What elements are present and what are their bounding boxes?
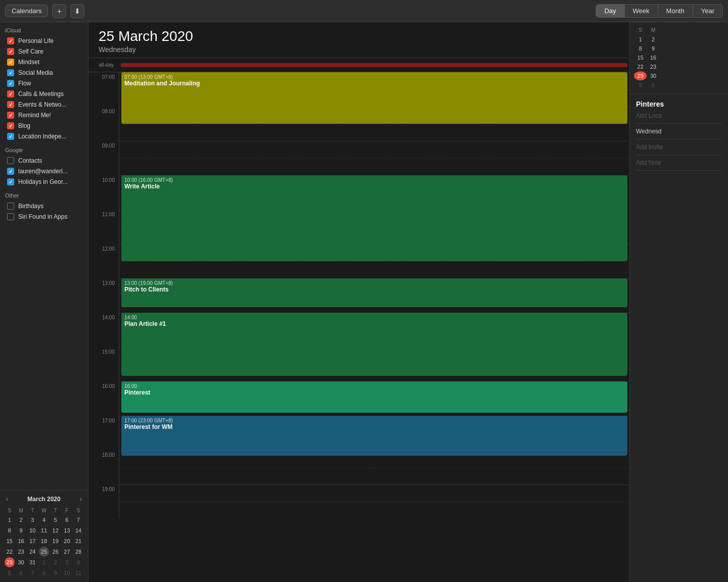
mini-cal-day[interactable]: 5 bbox=[5, 568, 15, 578]
sidebar-calendar-item[interactable]: Blog bbox=[2, 121, 86, 131]
mini-cal-day[interactable]: 27 bbox=[62, 547, 72, 557]
right-mini-cal-day[interactable] bbox=[660, 80, 672, 89]
right-mini-cal-day[interactable] bbox=[660, 44, 672, 53]
mini-cal-day[interactable]: 11 bbox=[39, 525, 49, 536]
mini-cal-day[interactable]: 12 bbox=[51, 525, 61, 536]
sidebar-calendar-item[interactable]: Events & Netwo... bbox=[2, 100, 86, 110]
mini-cal-day[interactable]: 16 bbox=[16, 536, 26, 546]
right-mini-cal-day[interactable]: 23 bbox=[647, 62, 659, 71]
right-mini-cal-day[interactable] bbox=[698, 35, 711, 44]
right-mini-cal-day[interactable]: 6 bbox=[647, 80, 659, 89]
add-invite-placeholder[interactable]: Add Invite bbox=[636, 143, 722, 151]
calendar-checkbox[interactable] bbox=[7, 213, 14, 220]
time-grid-container[interactable]: 07:0008:0009:0010:0011:0012:0013:0014:00… bbox=[88, 72, 629, 582]
mini-cal-next[interactable]: › bbox=[78, 495, 84, 504]
mini-cal-day[interactable]: 4 bbox=[39, 515, 49, 525]
right-mini-cal-day[interactable] bbox=[660, 62, 672, 71]
mini-cal-day[interactable]: 31 bbox=[27, 557, 37, 567]
sidebar-calendar-item[interactable]: Personal Life bbox=[2, 36, 86, 46]
right-mini-cal-day[interactable]: 2 bbox=[647, 35, 659, 44]
sidebar-calendar-item[interactable]: Siri Found in Apps bbox=[2, 212, 86, 222]
calendar-checkbox[interactable] bbox=[7, 37, 14, 44]
mini-cal-prev[interactable]: ‹ bbox=[4, 495, 10, 504]
mini-cal-day[interactable]: 6 bbox=[16, 568, 26, 578]
right-mini-cal-day[interactable] bbox=[660, 71, 672, 80]
right-mini-cal-day[interactable] bbox=[660, 35, 672, 44]
right-mini-cal-day[interactable] bbox=[711, 80, 724, 89]
mini-cal-day[interactable]: 5 bbox=[51, 515, 61, 525]
right-mini-cal-day[interactable] bbox=[711, 71, 724, 80]
mini-cal-day[interactable]: 10 bbox=[62, 568, 72, 578]
right-mini-cal-day[interactable] bbox=[686, 44, 698, 53]
right-mini-cal-day[interactable] bbox=[672, 53, 685, 62]
mini-cal-day[interactable]: 15 bbox=[5, 536, 15, 546]
sidebar-calendar-item[interactable]: lauren@wanderl... bbox=[2, 166, 86, 176]
mini-cal-day[interactable]: 18 bbox=[39, 536, 49, 546]
mini-cal-day[interactable]: 3 bbox=[62, 557, 72, 567]
right-mini-cal-day[interactable] bbox=[711, 35, 724, 44]
mini-cal-day[interactable]: 20 bbox=[62, 536, 72, 546]
view-month-button[interactable]: Month bbox=[658, 5, 693, 17]
mini-cal-day[interactable]: 3 bbox=[27, 515, 37, 525]
calendar-checkbox[interactable] bbox=[7, 168, 14, 175]
mini-cal-day[interactable]: 2 bbox=[16, 515, 26, 525]
right-mini-cal-day[interactable] bbox=[711, 44, 724, 53]
right-mini-cal-day[interactable]: 15 bbox=[634, 53, 647, 62]
mini-cal-day[interactable]: 22 bbox=[5, 547, 15, 557]
calendar-checkbox[interactable] bbox=[7, 133, 14, 140]
event-block[interactable]: 14:00Plan Article #1 bbox=[121, 313, 627, 376]
mini-cal-day[interactable]: 10 bbox=[27, 525, 37, 536]
calendars-button[interactable]: Calendars bbox=[5, 5, 48, 17]
calendar-checkbox[interactable] bbox=[7, 48, 14, 55]
mini-cal-day[interactable]: 2 bbox=[51, 557, 61, 567]
calendar-checkbox[interactable] bbox=[7, 101, 14, 108]
sidebar-calendar-item[interactable]: Mindset bbox=[2, 57, 86, 67]
mini-cal-day[interactable]: 25 bbox=[39, 547, 49, 557]
event-block[interactable]: 17:00 (23:00 GMT+8)Pinterest for WM bbox=[121, 416, 627, 456]
right-mini-cal-day[interactable]: 5 bbox=[634, 80, 647, 89]
mini-cal-day[interactable]: 8 bbox=[5, 525, 15, 536]
right-mini-cal-day[interactable] bbox=[660, 53, 672, 62]
event-block[interactable]: 16:00Pinterest bbox=[121, 381, 627, 413]
right-mini-cal-day[interactable] bbox=[686, 53, 698, 62]
calendar-checkbox[interactable] bbox=[7, 112, 14, 119]
right-mini-cal-day[interactable]: 30 bbox=[647, 71, 659, 80]
mini-cal-day[interactable]: 24 bbox=[27, 547, 37, 557]
all-day-event[interactable] bbox=[121, 63, 627, 67]
right-mini-cal-day[interactable]: 29 bbox=[634, 71, 647, 80]
calendar-checkbox[interactable] bbox=[7, 157, 14, 164]
event-block[interactable]: 13:00 (19:00 GMT+8)Pitch to Clients bbox=[121, 278, 627, 307]
mini-cal-day[interactable]: 29 bbox=[5, 557, 15, 567]
sidebar-calendar-item[interactable]: Flow bbox=[2, 78, 86, 88]
calendar-checkbox[interactable] bbox=[7, 80, 14, 87]
right-mini-cal-day[interactable]: 16 bbox=[647, 53, 659, 62]
event-block[interactable]: 07:00 (13:00 GMT+8)Meditation and Journa… bbox=[121, 72, 627, 124]
right-mini-cal-day[interactable] bbox=[698, 71, 711, 80]
right-mini-cal-day[interactable] bbox=[711, 62, 724, 71]
calendar-checkbox[interactable] bbox=[7, 178, 14, 185]
mini-cal-day[interactable]: 8 bbox=[39, 568, 49, 578]
right-mini-cal-day[interactable] bbox=[686, 62, 698, 71]
right-mini-cal-day[interactable] bbox=[686, 35, 698, 44]
sidebar-calendar-item[interactable]: Self Care bbox=[2, 46, 86, 57]
calendar-checkbox[interactable] bbox=[7, 69, 14, 76]
mini-cal-day[interactable]: 7 bbox=[73, 515, 83, 525]
mini-cal-day[interactable]: 19 bbox=[51, 536, 61, 546]
add-location-placeholder[interactable]: Add Loca bbox=[636, 112, 722, 119]
right-mini-cal-day[interactable]: 8 bbox=[634, 44, 647, 53]
view-week-button[interactable]: Week bbox=[625, 5, 658, 17]
right-mini-cal-day[interactable] bbox=[698, 53, 711, 62]
right-mini-cal-day[interactable] bbox=[698, 62, 711, 71]
right-mini-cal-day[interactable] bbox=[672, 44, 685, 53]
mini-cal-day[interactable]: 11 bbox=[73, 568, 83, 578]
export-button[interactable]: ⬇ bbox=[70, 4, 84, 18]
sidebar-calendar-item[interactable]: Location Indepe... bbox=[2, 131, 86, 141]
right-mini-cal-day[interactable]: 22 bbox=[634, 62, 647, 71]
mini-cal-day[interactable]: 6 bbox=[62, 515, 72, 525]
mini-cal-day[interactable]: 30 bbox=[16, 557, 26, 567]
view-day-button[interactable]: Day bbox=[596, 5, 624, 17]
sidebar-calendar-item[interactable]: Contacts bbox=[2, 156, 86, 166]
mini-cal-day[interactable]: 1 bbox=[5, 515, 15, 525]
mini-cal-day[interactable]: 17 bbox=[27, 536, 37, 546]
right-mini-cal-day[interactable]: 1 bbox=[634, 35, 647, 44]
